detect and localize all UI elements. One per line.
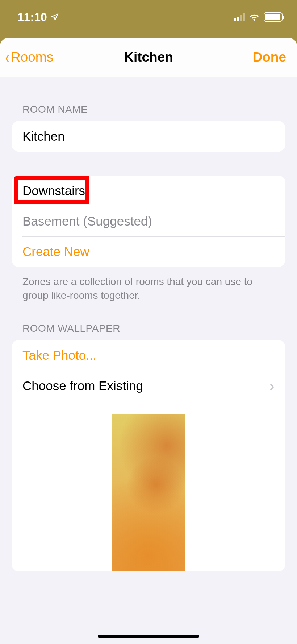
create-new-label: Create New [22, 244, 89, 259]
navbar: ‹ Rooms Kitchen Done [0, 38, 297, 77]
room-name-field[interactable]: Kitchen [12, 121, 285, 152]
choose-existing-label: Choose from Existing [22, 379, 143, 393]
battery-icon [264, 12, 283, 22]
chevron-left-icon: ‹ [5, 49, 9, 66]
room-name-group: Kitchen [12, 121, 285, 152]
choose-existing-button[interactable]: Choose from Existing [12, 371, 285, 401]
room-name-value: Kitchen [22, 129, 65, 144]
zones-group: Downstairs Basement (Suggested) Create N… [12, 176, 285, 267]
zone-row-suggested[interactable]: Basement (Suggested) [12, 206, 285, 236]
zone-label: Downstairs [22, 183, 85, 198]
back-label: Rooms [11, 50, 53, 65]
wallpaper-thumbnail [112, 414, 185, 571]
room-name-header: ROOM NAME [22, 104, 285, 115]
status-right [234, 12, 283, 22]
cellular-signal-icon [234, 13, 245, 21]
take-photo-button[interactable]: Take Photo... [12, 340, 285, 371]
take-photo-label: Take Photo... [22, 348, 96, 363]
status-time: 11:10 [17, 11, 47, 24]
zones-footer-note: Zones are a collection of rooms that you… [22, 275, 275, 302]
location-icon [51, 11, 59, 24]
zone-suggested-label: Basement (Suggested) [22, 214, 152, 228]
content-scroll[interactable]: ROOM NAME Kitchen Downstairs Basement (S… [0, 104, 297, 571]
status-bar: 11:10 [0, 0, 297, 38]
page-title: Kitchen [124, 50, 173, 65]
back-button[interactable]: ‹ Rooms [4, 49, 53, 66]
settings-sheet: ‹ Rooms Kitchen Done ROOM NAME Kitchen D… [0, 38, 297, 644]
status-left: 11:10 [17, 11, 59, 24]
wallpaper-group: Take Photo... Choose from Existing [12, 340, 285, 571]
create-new-zone-button[interactable]: Create New [12, 236, 285, 267]
done-button[interactable]: Done [253, 50, 286, 65]
home-indicator[interactable] [98, 635, 199, 638]
wifi-icon [248, 12, 260, 22]
wallpaper-preview-row[interactable] [12, 401, 285, 571]
zone-row-downstairs[interactable]: Downstairs [12, 176, 285, 206]
wallpaper-header: ROOM WALLPAPER [22, 323, 285, 334]
